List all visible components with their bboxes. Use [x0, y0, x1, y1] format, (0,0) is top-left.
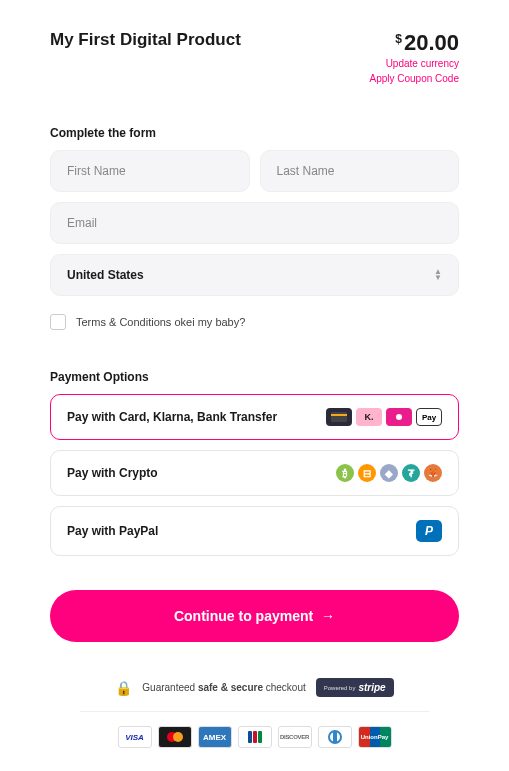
card-icons: K. Pay: [326, 408, 442, 426]
shib-icon: 🦊: [424, 464, 442, 482]
country-select[interactable]: United States ▲▼: [50, 254, 459, 296]
country-selected-value: United States: [67, 268, 144, 282]
card-logos-row: VISA AMEX DISCOVER UnionPay: [50, 726, 459, 748]
unionpay-icon: UnionPay: [358, 726, 392, 748]
bitcoin-cash-icon: ₿: [336, 464, 354, 482]
safe-checkout-row: 🔒 Guaranteed safe & secure checkout Powe…: [80, 678, 429, 712]
pay-option-paypal[interactable]: Pay with PayPal P: [50, 506, 459, 556]
arrow-right-icon: →: [321, 608, 335, 624]
last-name-input[interactable]: [260, 150, 460, 192]
klarna-icon: K.: [356, 408, 382, 426]
ethereum-icon: ◆: [380, 464, 398, 482]
email-input[interactable]: [50, 202, 459, 244]
update-currency-link[interactable]: Update currency: [369, 56, 459, 71]
bitcoin-icon: ⊟: [358, 464, 376, 482]
stripe-badge: Powered by stripe: [316, 678, 394, 697]
pay-option-card-label: Pay with Card, Klarna, Bank Transfer: [67, 410, 277, 424]
amex-icon: AMEX: [198, 726, 232, 748]
form-heading: Complete the form: [50, 126, 459, 140]
tether-icon: ₮: [402, 464, 420, 482]
apply-coupon-link[interactable]: Apply Coupon Code: [369, 71, 459, 86]
first-name-input[interactable]: [50, 150, 250, 192]
pay-option-paypal-label: Pay with PayPal: [67, 524, 158, 538]
payment-heading: Payment Options: [50, 370, 459, 384]
visa-icon: VISA: [118, 726, 152, 748]
pay-option-card[interactable]: Pay with Card, Klarna, Bank Transfer K. …: [50, 394, 459, 440]
mastercard-icon: [158, 726, 192, 748]
jcb-icon: [238, 726, 272, 748]
chevron-updown-icon: ▲▼: [434, 269, 442, 282]
discover-icon: DISCOVER: [278, 726, 312, 748]
crypto-icons: ₿ ⊟ ◆ ₮ 🦊: [336, 464, 442, 482]
pay-option-crypto[interactable]: Pay with Crypto ₿ ⊟ ◆ ₮ 🦊: [50, 450, 459, 496]
price: $20.00: [369, 30, 459, 56]
paypal-icon: P: [416, 520, 442, 542]
card-generic-icon: [326, 408, 352, 426]
continue-button[interactable]: Continue to payment →: [50, 590, 459, 642]
lock-icon: 🔒: [115, 680, 132, 696]
ideal-icon: [386, 408, 412, 426]
pay-option-crypto-label: Pay with Crypto: [67, 466, 158, 480]
safe-checkout-text: Guaranteed safe & secure checkout: [142, 682, 305, 693]
paypal-icons: P: [416, 520, 442, 542]
apple-pay-icon: Pay: [416, 408, 442, 426]
terms-checkbox[interactable]: [50, 314, 66, 330]
terms-label: Terms & Conditions okei my baby?: [76, 316, 245, 328]
product-title: My First Digital Product: [50, 30, 241, 50]
continue-button-label: Continue to payment: [174, 608, 313, 624]
currency-symbol: $: [395, 32, 402, 46]
svg-rect-1: [331, 414, 347, 416]
svg-rect-0: [331, 412, 347, 422]
price-block: $20.00 Update currency Apply Coupon Code: [369, 30, 459, 86]
diners-icon: [318, 726, 352, 748]
price-amount: 20.00: [404, 30, 459, 55]
svg-rect-3: [333, 732, 337, 742]
